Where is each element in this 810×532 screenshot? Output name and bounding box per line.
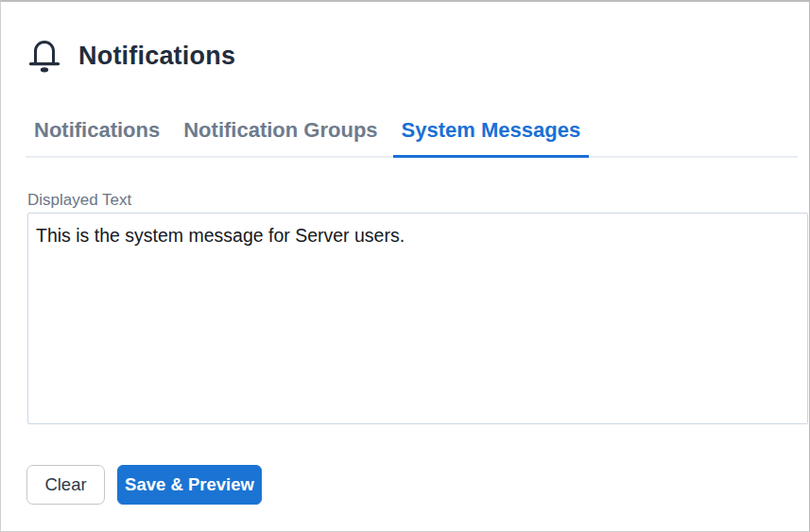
page-title: Notifications bbox=[78, 42, 235, 71]
displayed-text-label: Displayed Text bbox=[27, 191, 809, 210]
save-preview-button[interactable]: Save & Preview bbox=[117, 465, 262, 505]
clear-button[interactable]: Clear bbox=[26, 465, 105, 505]
page-header: Notifications bbox=[27, 36, 809, 76]
displayed-text-input[interactable]: This is the system message for Server us… bbox=[27, 213, 808, 424]
tab-notification-groups[interactable]: Notification Groups bbox=[175, 118, 386, 158]
bell-icon bbox=[27, 36, 61, 76]
tab-bar: Notifications Notification Groups System… bbox=[26, 118, 798, 158]
tab-notifications[interactable]: Notifications bbox=[26, 118, 168, 158]
button-row: Clear Save & Preview bbox=[26, 465, 809, 505]
notifications-page: Notifications Notifications Notification… bbox=[0, 0, 810, 532]
tab-system-messages[interactable]: System Messages bbox=[393, 118, 590, 158]
